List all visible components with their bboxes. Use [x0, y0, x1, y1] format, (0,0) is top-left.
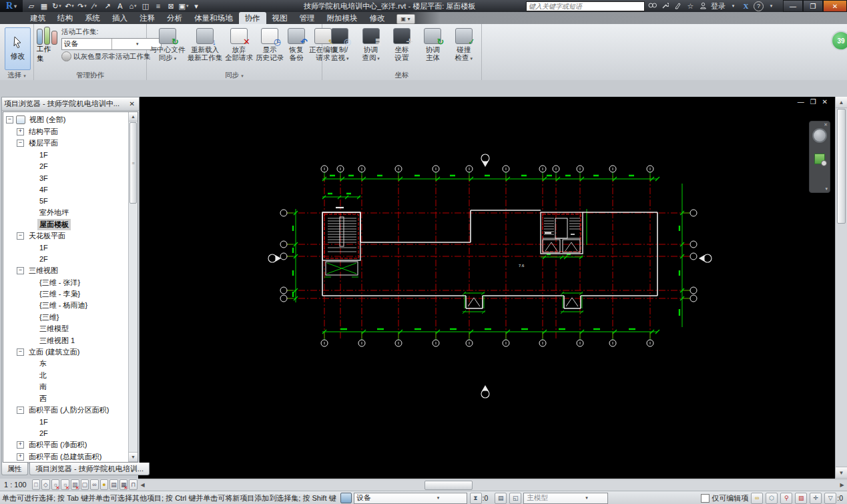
scroll-up-icon[interactable]: ▲: [836, 97, 847, 108]
ribbon-button[interactable]: 复制/监视 ▾: [325, 26, 354, 62]
help-search-input[interactable]: [526, 1, 645, 11]
panel-synchronize-footer[interactable]: 同步 ▾: [147, 70, 322, 80]
favorites-icon[interactable]: ☆: [685, 2, 695, 11]
tree-item[interactable]: − 三维视图: [3, 265, 129, 276]
design-option-select[interactable]: 主模型▾: [523, 493, 608, 504]
tab-project-browser[interactable]: 项目浏览器 - 技师学院机电培训...: [29, 463, 150, 475]
communication-center-icon[interactable]: [673, 2, 683, 11]
tree-item[interactable]: 5F: [3, 196, 129, 207]
sign-in-label[interactable]: 登录: [711, 1, 726, 11]
modify-button[interactable]: 修改: [5, 27, 31, 70]
tree-item[interactable]: 北: [3, 370, 129, 381]
ribbon-tab-协作[interactable]: 协作: [239, 12, 266, 24]
tree-item[interactable]: 南: [3, 381, 129, 393]
horizontal-scroll-thumb[interactable]: [425, 481, 473, 490]
expand-collapse-icon[interactable]: −: [17, 232, 24, 240]
sync-central-icon[interactable]: ↻▾: [51, 1, 63, 11]
text-icon[interactable]: A: [114, 1, 126, 11]
reveal-hidden-elements-icon[interactable]: ●: [100, 479, 109, 490]
tree-item[interactable]: 东: [3, 358, 129, 369]
close-hidden-windows-icon[interactable]: ⊠: [165, 1, 177, 11]
ribbon-tab-注释[interactable]: 注释: [133, 12, 161, 24]
expand-collapse-icon[interactable]: +: [17, 441, 24, 449]
vertical-scrollbar[interactable]: ▲ ▼: [835, 97, 847, 479]
tree-item[interactable]: 1F: [3, 416, 129, 427]
notification-badge[interactable]: 39: [831, 31, 847, 51]
steering-wheel-icon[interactable]: [812, 128, 827, 143]
status-workset-select[interactable]: 设备▾: [354, 493, 467, 504]
ribbon-tab-结构[interactable]: 结构: [51, 12, 79, 24]
ribbon-tab-修改[interactable]: 修改: [364, 12, 391, 24]
ribbon-tab-管理[interactable]: 管理: [294, 12, 321, 24]
ribbon-button[interactable]: 显示历史记录: [255, 26, 284, 62]
editing-requests-icon[interactable]: ⧗: [470, 493, 482, 504]
worksets-button[interactable]: 工作集: [37, 26, 57, 63]
ribbon-tab-体量和场地[interactable]: 体量和场地: [188, 12, 239, 24]
expand-collapse-icon[interactable]: −: [6, 116, 13, 123]
aligned-dimension-icon[interactable]: ↗: [101, 1, 113, 11]
application-menu-button[interactable]: R▾: [0, 0, 23, 12]
expand-collapse-icon[interactable]: −: [17, 348, 24, 356]
tree-item[interactable]: − 楼层平面: [3, 138, 129, 149]
worksharing-display-icon[interactable]: ▦: [119, 479, 128, 490]
drawing-canvas[interactable]: — ❐ ✕ ✕ ▾: [138, 97, 836, 479]
browser-scroll-thumb[interactable]: ≡: [129, 122, 137, 204]
minimize-button[interactable]: —: [783, 0, 803, 12]
temporary-hide-isolate-icon[interactable]: ∞: [90, 479, 99, 490]
expand-collapse-icon[interactable]: −: [17, 407, 24, 414]
tree-item[interactable]: 2F: [3, 428, 129, 439]
ribbon-tab-建筑[interactable]: 建筑: [24, 12, 51, 24]
view-scale[interactable]: 1 : 100: [3, 481, 31, 489]
navigation-bar[interactable]: ✕ ▾: [809, 121, 830, 193]
ribbon-button[interactable]: 与中心文件同步 ▾: [150, 26, 186, 62]
scroll-left-icon[interactable]: ◀: [137, 481, 148, 490]
ribbon-tab-系统[interactable]: 系统: [79, 12, 106, 24]
tree-item[interactable]: {三维 - 李枭}: [3, 288, 129, 300]
tree-item[interactable]: 室外地坪: [3, 207, 129, 218]
vertical-scroll-thumb[interactable]: [837, 109, 846, 224]
ribbon-tab-分析[interactable]: 分析: [161, 12, 188, 24]
tree-item[interactable]: 三维视图 1: [3, 334, 129, 346]
open-icon[interactable]: ▱: [25, 1, 37, 11]
section-icon[interactable]: ◫: [139, 1, 152, 11]
horizontal-scrollbar[interactable]: ◀ ▶: [137, 479, 847, 491]
chevron-down-icon[interactable]: ▾: [410, 495, 467, 501]
tree-item[interactable]: 3F: [3, 172, 129, 184]
view-close-icon[interactable]: ✕: [822, 98, 828, 105]
show-crop-region-icon[interactable]: ▢: [81, 479, 89, 490]
scroll-right-icon[interactable]: ▶: [837, 481, 847, 490]
browser-scrollbar[interactable]: ▲ ≡ ▼: [128, 112, 137, 462]
expand-collapse-icon[interactable]: +: [17, 453, 24, 461]
tree-item[interactable]: − 面积平面 (人防分区面积): [3, 405, 129, 416]
tree-item[interactable]: {三维}: [3, 312, 129, 323]
navbar-options-icon[interactable]: ▾: [825, 186, 828, 192]
panel-select-footer[interactable]: 选择 ▾: [0, 70, 33, 80]
sun-path-icon[interactable]: ☼: [51, 479, 60, 490]
switch-windows-icon[interactable]: ▣▾: [178, 1, 190, 11]
restore-button[interactable]: ❐: [803, 0, 823, 12]
ribbon-button[interactable]: 协调查阅 ▾: [356, 26, 385, 62]
ribbon-tab-视图[interactable]: 视图: [266, 12, 294, 24]
floor-plan-drawing[interactable]: 7.6: [138, 97, 836, 479]
tree-item[interactable]: + 结构平面: [3, 125, 129, 137]
temporary-view-properties-icon[interactable]: ▤: [109, 479, 118, 490]
tree-item[interactable]: − 天花板平面: [3, 230, 129, 242]
close-button[interactable]: ✕: [823, 0, 847, 12]
ribbon-tab-插入[interactable]: 插入: [106, 12, 133, 24]
navbar-close-icon[interactable]: ✕: [824, 122, 828, 128]
tree-item[interactable]: 三维模型: [3, 323, 129, 334]
select-links-icon[interactable]: ∞: [751, 493, 763, 504]
tree-item[interactable]: 2F: [3, 161, 129, 172]
tree-item[interactable]: + 面积平面 (净面积): [3, 439, 129, 451]
zoom-tool-icon[interactable]: [814, 154, 825, 164]
chevron-down-icon[interactable]: ▾: [566, 495, 608, 501]
help-dropdown-icon[interactable]: ▾: [766, 3, 776, 9]
exchange-apps-icon[interactable]: X: [741, 2, 751, 10]
tree-item[interactable]: {三维 - 张洋}: [3, 276, 129, 288]
scroll-down-icon[interactable]: ▼: [836, 467, 847, 479]
tree-item[interactable]: {三维 - 杨雨迪}: [3, 300, 129, 311]
ribbon-button[interactable]: 协调主体: [418, 26, 447, 62]
thin-lines-icon[interactable]: ≡: [152, 1, 164, 11]
sign-in-icon[interactable]: [698, 2, 708, 11]
expand-collapse-icon[interactable]: +: [17, 128, 24, 136]
